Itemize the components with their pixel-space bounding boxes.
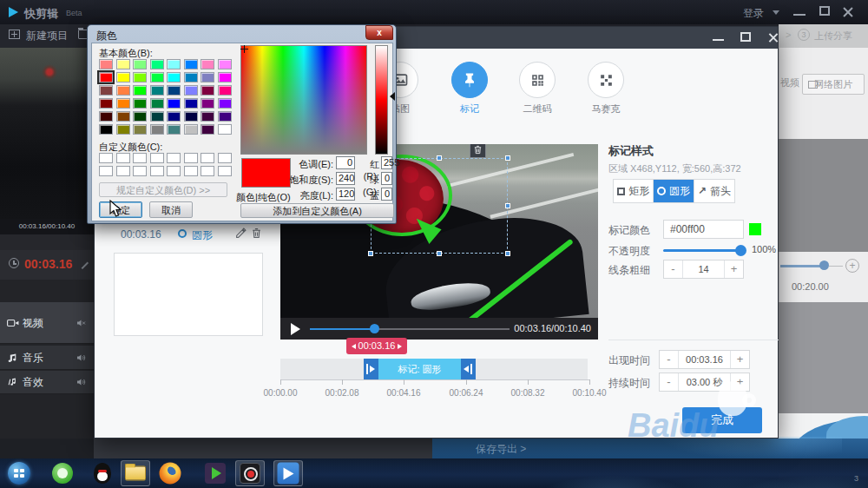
restore-button[interactable] (819, 6, 830, 16)
seek-knob[interactable] (370, 324, 379, 333)
marker-segment[interactable]: 标记: 圆形 (378, 359, 461, 379)
basic-color-swatch[interactable] (133, 72, 147, 82)
blue-input[interactable]: 0 (381, 188, 392, 201)
custom-color-swatch[interactable] (99, 153, 113, 163)
custom-color-swatch[interactable] (184, 166, 198, 176)
tool-pin[interactable]: 标记 (435, 62, 504, 115)
add-to-custom-button[interactable]: 添加到自定义颜色(A) (240, 203, 394, 218)
custom-color-swatch[interactable] (218, 153, 232, 163)
selection-handle[interactable] (437, 251, 442, 256)
selection-handle[interactable] (505, 155, 510, 161)
hue-saturation-field[interactable] (240, 45, 367, 155)
segment-right-handle[interactable] (461, 359, 476, 379)
basic-color-swatch[interactable] (99, 98, 113, 109)
define-custom-colors-button[interactable]: 规定自定义颜色(D) >> (99, 182, 227, 197)
basic-color-swatch[interactable] (201, 111, 214, 122)
basic-color-swatch[interactable] (218, 111, 232, 122)
popup-maximize-button[interactable] (740, 32, 751, 42)
taskbar-screen-recorder[interactable] (235, 460, 265, 486)
done-button[interactable]: 完成 (682, 407, 762, 433)
marker-color-swatch[interactable] (749, 223, 761, 235)
luminance-input[interactable]: 120 (336, 188, 355, 201)
edit-marker-icon[interactable] (235, 228, 247, 239)
basic-color-swatch[interactable] (218, 59, 232, 69)
basic-color-swatch[interactable] (133, 85, 147, 96)
popup-minimize-button[interactable] (713, 32, 724, 41)
basic-color-swatch[interactable] (133, 59, 147, 69)
timeline-bar[interactable]: 标记: 圆形 (280, 359, 588, 379)
shape-rect-button[interactable]: 矩形 (614, 180, 654, 202)
current-time-badge[interactable]: 00:03.16 (346, 338, 407, 354)
green-input[interactable]: 0 (381, 172, 392, 185)
luminance-pointer-icon[interactable] (390, 92, 395, 101)
web-image-button[interactable]: 网络图片 (802, 74, 865, 95)
red-input[interactable]: 255 (381, 156, 392, 169)
basic-color-swatch[interactable] (218, 124, 232, 135)
selection-handle[interactable] (437, 155, 442, 161)
basic-color-swatch[interactable] (133, 124, 147, 135)
basic-color-swatch[interactable] (218, 72, 232, 82)
opacity-slider-track[interactable] (663, 249, 741, 252)
appear-minus-button[interactable]: - (660, 351, 679, 368)
marker-color-input[interactable]: #00ff00 (663, 220, 744, 239)
tool-mosaic[interactable]: 马赛克 (571, 62, 641, 115)
custom-color-swatch[interactable] (150, 153, 164, 163)
taskbar-media-player[interactable] (201, 460, 230, 486)
minimize-button[interactable] (793, 6, 806, 16)
zoom-in-icon[interactable]: + (845, 259, 859, 273)
track-music[interactable]: 音乐 (0, 346, 94, 370)
luminance-bar[interactable] (375, 45, 388, 155)
menu-caret-icon[interactable] (773, 10, 779, 15)
basic-color-swatch[interactable] (201, 124, 214, 135)
basic-color-swatch[interactable] (184, 85, 198, 96)
duration-value[interactable]: 03.00 秒 (679, 373, 730, 391)
appear-plus-button[interactable]: + (730, 351, 749, 368)
delete-marker-icon[interactable] (251, 228, 262, 239)
duration-plus-button[interactable]: + (730, 373, 749, 391)
basic-color-swatch[interactable] (99, 85, 113, 96)
custom-color-swatch[interactable] (201, 166, 214, 176)
taskbar-firefox[interactable] (155, 460, 185, 486)
appear-time-value[interactable]: 00:03.16 (679, 351, 730, 368)
basic-color-swatch[interactable] (99, 124, 113, 135)
basic-color-swatch[interactable] (99, 111, 113, 122)
login-button[interactable]: 登录 (743, 6, 764, 21)
shape-circle-button[interactable]: 圆形 (654, 180, 694, 202)
taskbar-360-browser[interactable] (48, 460, 77, 486)
basic-color-swatch[interactable] (116, 85, 130, 96)
basic-color-swatch[interactable] (218, 98, 232, 109)
thickness-value[interactable]: 14 (683, 260, 724, 278)
basic-color-swatch[interactable] (133, 111, 147, 122)
basic-color-swatch[interactable] (116, 124, 130, 135)
basic-color-swatch[interactable] (167, 72, 181, 82)
basic-color-swatch[interactable] (184, 124, 198, 135)
taskbar-file-explorer[interactable] (121, 460, 150, 486)
selection-handle[interactable] (505, 251, 510, 256)
opacity-slider-knob[interactable] (735, 245, 746, 256)
thickness-minus-button[interactable]: - (664, 260, 683, 278)
save-export-button[interactable]: 保存导出 > (476, 442, 526, 457)
basic-color-swatch[interactable] (218, 85, 232, 96)
track-fx[interactable]: 音效 (0, 371, 94, 394)
basic-color-swatch[interactable] (150, 98, 164, 109)
basic-color-swatch[interactable] (99, 72, 113, 82)
hue-input[interactable]: 0 (336, 156, 355, 169)
new-project-button[interactable]: 新建项目 (26, 29, 68, 43)
custom-color-swatch[interactable] (116, 166, 130, 176)
saturation-input[interactable]: 240 (336, 172, 355, 185)
thickness-plus-button[interactable]: + (724, 260, 743, 278)
selection-handle[interactable] (505, 203, 510, 208)
basic-color-swatch[interactable] (99, 59, 113, 69)
basic-color-swatch[interactable] (116, 98, 130, 109)
basic-color-swatch[interactable] (133, 98, 147, 109)
shape-arrow-button[interactable]: ↗箭头 (694, 180, 734, 202)
custom-color-swatch[interactable] (99, 166, 113, 176)
custom-color-swatch[interactable] (184, 153, 198, 163)
popup-close-button[interactable] (768, 32, 779, 43)
taskbar-qq[interactable] (88, 460, 117, 486)
color-dialog-close-button[interactable]: x (365, 25, 393, 40)
basic-color-swatch[interactable] (150, 85, 164, 96)
custom-color-swatch[interactable] (116, 153, 130, 163)
basic-color-swatch[interactable] (184, 111, 198, 122)
delete-annotation-button[interactable] (470, 144, 486, 158)
